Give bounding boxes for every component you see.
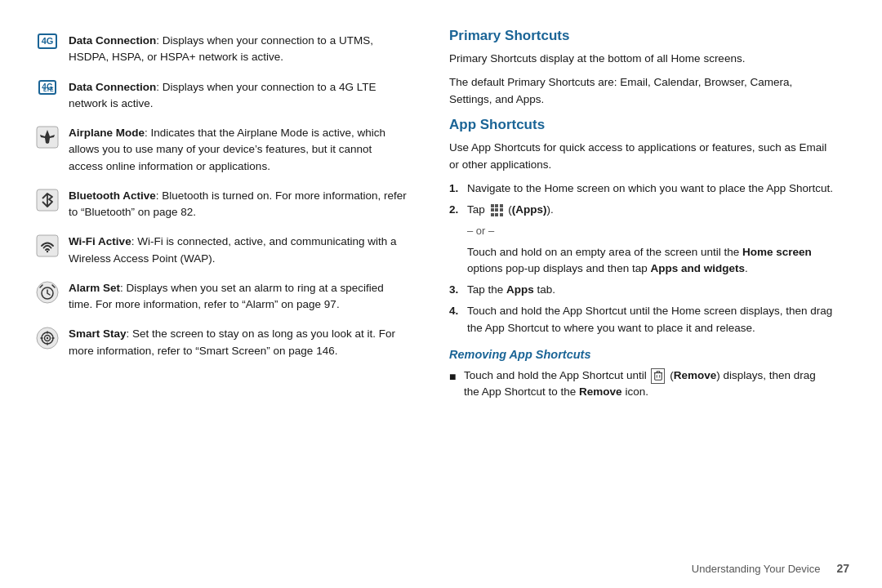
entry-bold-label: Data Connection <box>69 34 156 47</box>
removing-step-text: Touch and hold the App Shortcut until (R… <box>464 368 833 401</box>
svg-point-9 <box>47 337 48 339</box>
removing-app-shortcuts-heading: Removing App Shortcuts <box>449 348 833 361</box>
entry-bold-label: Data Connection <box>69 81 156 93</box>
apps-label: (Apps) <box>512 203 547 216</box>
step-1: 1. Navigate to the Home screen on which … <box>449 180 833 197</box>
entry-bluetooth-active-text: Bluetooth Active: Bluetooth is turned on… <box>69 188 408 221</box>
right-column: Primary Shortcuts Primary Shortcuts disp… <box>433 24 833 572</box>
entry-bold-label: Bluetooth Active <box>69 189 156 202</box>
entry-data-connection-4g-text: Data Connection: Displays when your conn… <box>69 33 408 66</box>
entry-data-connection-4glte: 4GLTE Data Connection: Displays when you… <box>33 79 408 113</box>
apps-tab-label: Apps <box>506 283 534 296</box>
entry-smart-stay-text: Smart Stay: Set the screen to stay on as… <box>69 326 408 359</box>
entry-bluetooth-active: Bluetooth Active: Bluetooth is turned on… <box>33 188 408 221</box>
airplane-mode-icon <box>33 126 62 149</box>
step-2: 2. Tap ((Apps)). <box>449 202 833 218</box>
step-alt-text: Touch and hold on an empty area of the s… <box>467 244 833 278</box>
entry-wifi-active-text: Wi-Fi Active: Wi-Fi is connected, active… <box>69 234 408 267</box>
step-text: Tap ((Apps)). <box>467 202 554 218</box>
step-4: 4. Touch and hold the App Shortcut until… <box>449 303 833 336</box>
app-shortcuts-steps: 1. Navigate to the Home screen on which … <box>449 180 833 336</box>
or-text: – or – <box>467 223 494 239</box>
entry-smart-stay: Smart Stay: Set the screen to stay on as… <box>33 326 408 359</box>
left-column: 4G Data Connection: Displays when your c… <box>33 24 433 572</box>
step-2-alt: Touch and hold on an empty area of the s… <box>449 244 833 278</box>
footer-label: Understanding Your Device <box>692 563 821 575</box>
step-text: Navigate to the Home screen on which you… <box>467 180 833 197</box>
svg-point-3 <box>47 251 48 252</box>
step-text: Touch and hold the App Shortcut until th… <box>467 303 833 336</box>
entry-alarm-set-text: Alarm Set: Displays when you set an alar… <box>69 280 408 314</box>
primary-shortcuts-heading: Primary Shortcuts <box>449 28 833 44</box>
entry-alarm-set: Alarm Set: Displays when you set an alar… <box>33 280 408 314</box>
apps-widgets-label: Apps and widgets <box>650 262 745 274</box>
entry-wifi-active: Wi-Fi Active: Wi-Fi is connected, active… <box>33 234 408 267</box>
entry-bold-label: Alarm Set <box>69 282 120 294</box>
primary-shortcuts-text1: Primary Shortcuts display at the bottom … <box>449 51 833 68</box>
removing-app-shortcuts-list: ■ Touch and hold the App Shortcut until … <box>449 368 833 401</box>
step-num: 3. <box>449 282 467 298</box>
entry-bold-label: Wi-Fi Active <box>69 235 131 247</box>
4g-icon: 4G <box>33 33 62 49</box>
entry-data-connection-4g: 4G Data Connection: Displays when your c… <box>33 33 408 66</box>
footer-page-number: 27 <box>836 562 849 575</box>
app-shortcuts-heading: App Shortcuts <box>449 117 833 133</box>
entry-airplane-mode: Airplane Mode: Indicates that the Airpla… <box>33 125 408 175</box>
smart-stay-icon <box>33 327 62 350</box>
bluetooth-icon <box>33 189 62 212</box>
step-text: Tap the Apps tab. <box>467 282 555 298</box>
bullet-symbol: ■ <box>449 368 464 385</box>
primary-shortcuts-text2: The default Primary Shortcuts are: Email… <box>449 74 833 109</box>
entry-airplane-mode-text: Airplane Mode: Indicates that the Airpla… <box>69 125 408 175</box>
app-shortcuts-text1: Use App Shortcuts for quick access to ap… <box>449 140 833 174</box>
4glte-icon: 4GLTE <box>33 80 62 95</box>
step-num: 2. <box>449 202 467 218</box>
wifi-icon <box>33 234 62 257</box>
apps-grid-icon <box>491 204 503 216</box>
removing-step-1: ■ Touch and hold the App Shortcut until … <box>449 368 833 401</box>
home-screen-label: Home screen <box>742 246 812 258</box>
footer: Understanding Your Device 27 <box>692 562 849 575</box>
entry-bold-label: Airplane Mode <box>69 127 145 139</box>
step-num: 4. <box>449 303 467 319</box>
entry-data-connection-4glte-text: Data Connection: Displays when your conn… <box>69 79 408 113</box>
svg-rect-10 <box>655 373 662 381</box>
remove-icon-label: Remove <box>579 385 622 398</box>
step-num: 1. <box>449 180 467 197</box>
entry-bold-label: Smart Stay <box>69 327 127 340</box>
or-divider: – or – <box>449 223 833 239</box>
step-3: 3. Tap the Apps tab. <box>449 282 833 298</box>
remove-label: Remove <box>674 369 717 381</box>
remove-icon <box>651 368 665 384</box>
alarm-set-icon <box>33 281 62 304</box>
